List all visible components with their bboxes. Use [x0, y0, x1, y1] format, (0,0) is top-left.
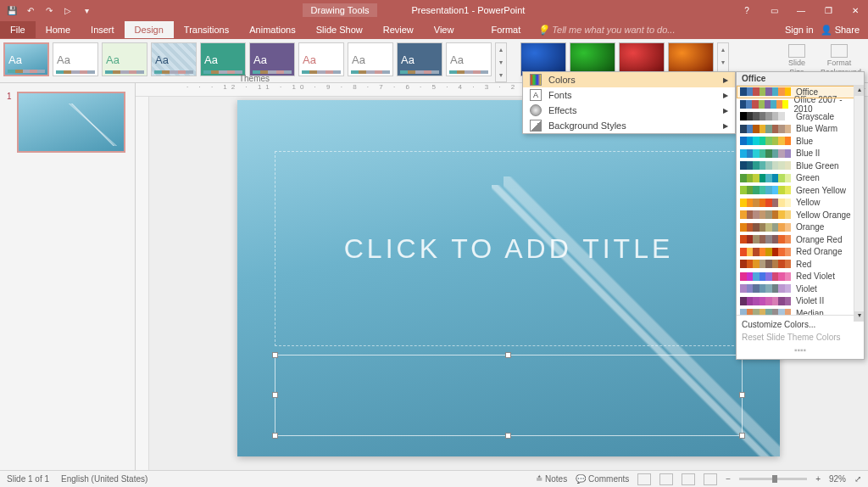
colors-list[interactable]: OfficeOffice 2007 - 2010GrayscaleBlue Wa… [737, 86, 864, 315]
view-reading-icon[interactable] [682, 473, 695, 485]
zoom-out-icon[interactable]: − [726, 474, 731, 484]
background-icon [530, 120, 542, 132]
theme-thumb[interactable]: Aa [102, 42, 147, 76]
ribbon-display-options-icon[interactable]: ▭ [761, 2, 787, 19]
resize-handle[interactable] [272, 433, 278, 439]
start-slideshow-icon[interactable]: ▷ [61, 3, 75, 17]
restore-icon[interactable]: ❐ [815, 2, 841, 19]
scrollbar[interactable]: ▴ ▾ [854, 86, 864, 322]
resize-handle[interactable] [739, 433, 745, 439]
theme-thumb[interactable]: Aa [446, 42, 492, 76]
undo-icon[interactable]: ↶ [24, 3, 37, 17]
ribbon-tabs: File Home Insert Design Transitions Anim… [0, 20, 868, 39]
color-scheme-item[interactable]: Violet II [737, 295, 864, 308]
color-scheme-label: Red Orange [796, 247, 842, 256]
redo-icon[interactable]: ↷ [42, 3, 56, 17]
color-scheme-item[interactable]: Blue [737, 135, 864, 148]
menu-item-colors[interactable]: Colors▶ [523, 72, 735, 87]
color-scheme-item[interactable]: Red [737, 258, 864, 271]
color-swatch [740, 235, 791, 244]
zoom-slider[interactable] [739, 478, 807, 480]
fit-to-window-icon[interactable]: ⤢ [854, 474, 861, 484]
color-scheme-item[interactable]: Yellow [737, 197, 864, 210]
color-scheme-item[interactable]: Median [737, 307, 864, 315]
color-scheme-item[interactable]: Yellow Orange [737, 209, 864, 221]
zoom-level[interactable]: 92% [829, 474, 846, 484]
theme-thumb[interactable]: Aa [151, 42, 197, 76]
tab-format[interactable]: Format [481, 21, 531, 38]
theme-thumb[interactable]: Aa [348, 42, 393, 76]
theme-thumb[interactable]: Aa [249, 42, 295, 76]
color-scheme-label: Violet II [796, 296, 824, 305]
share-button[interactable]: 👤 Share [821, 25, 860, 36]
resize-handle[interactable] [505, 352, 511, 358]
tab-review[interactable]: Review [373, 21, 424, 38]
chevron-right-icon: ▶ [723, 107, 728, 115]
theme-thumb[interactable]: Aa [200, 42, 246, 76]
color-swatch [740, 149, 791, 158]
scroll-up-icon[interactable]: ▴ [854, 86, 864, 96]
color-swatch [740, 174, 791, 182]
view-sorter-icon[interactable] [659, 473, 673, 485]
theme-thumb[interactable]: Aa [397, 42, 442, 76]
color-scheme-item[interactable]: Green Yellow [737, 184, 864, 197]
color-scheme-item[interactable]: Orange Red [737, 233, 864, 246]
resize-handle[interactable] [272, 352, 278, 358]
menu-item-fonts[interactable]: AFonts▶ [523, 87, 735, 103]
color-scheme-item[interactable]: Office 2007 - 2010 [737, 98, 864, 111]
tab-design[interactable]: Design [125, 21, 174, 38]
slide-canvas[interactable]: CLICK TO ADD TITLE [237, 100, 780, 456]
tab-transitions[interactable]: Transitions [174, 21, 239, 38]
theme-thumb[interactable]: Aa [298, 42, 344, 76]
menu-item-background[interactable]: Background Styles▶ [523, 118, 735, 133]
resize-handle[interactable] [505, 433, 511, 439]
color-scheme-label: Orange Red [796, 235, 842, 244]
tab-insert[interactable]: Insert [81, 21, 125, 38]
close-icon[interactable]: ✕ [843, 2, 868, 19]
tab-view[interactable]: View [424, 21, 465, 38]
color-scheme-item[interactable]: Green [737, 172, 864, 185]
tab-home[interactable]: Home [36, 21, 81, 38]
tab-animations[interactable]: Animations [239, 21, 305, 38]
scroll-down-icon[interactable]: ▾ [854, 311, 864, 322]
quick-access-toolbar: 💾 ↶ ↷ ▷ ▾ [0, 3, 93, 17]
minimize-icon[interactable]: — [788, 2, 814, 19]
chevron-right-icon: ▶ [723, 92, 728, 99]
color-scheme-item[interactable]: Orange [737, 221, 864, 234]
comments-button[interactable]: 💬 Comments [576, 474, 629, 484]
menu-item-effects[interactable]: Effects▶ [523, 103, 735, 118]
theme-thumb[interactable]: Aa [53, 42, 98, 76]
color-scheme-label: Office 2007 - 2010 [793, 95, 860, 114]
notes-button[interactable]: ≛ Notes [536, 474, 567, 484]
color-scheme-item[interactable]: Blue Warm [737, 123, 864, 136]
status-language[interactable]: English (United States) [61, 474, 147, 484]
title-placeholder[interactable]: CLICK TO ADD TITLE [275, 151, 743, 346]
colors-flyout: Office OfficeOffice 2007 - 2010Grayscale… [736, 71, 865, 360]
color-scheme-item[interactable]: Blue II [737, 148, 864, 160]
slides-panel[interactable]: 1 [0, 83, 136, 470]
zoom-in-icon[interactable]: + [815, 474, 821, 484]
tell-me-input[interactable]: 💡 Tell me what you want to do... [537, 25, 675, 36]
resize-handle[interactable] [272, 392, 278, 398]
qat-more-icon[interactable]: ▾ [80, 3, 93, 17]
color-scheme-item[interactable]: Violet [737, 283, 864, 295]
slide-thumbnail[interactable] [17, 92, 125, 153]
theme-thumb[interactable]: Aa [3, 42, 49, 76]
title-bar: 💾 ↶ ↷ ▷ ▾ Drawing Tools Presentation1 - … [0, 0, 868, 20]
color-scheme-item[interactable]: Blue Green [737, 160, 864, 172]
view-slideshow-icon[interactable] [704, 473, 717, 485]
tab-file[interactable]: File [0, 21, 36, 38]
color-scheme-item[interactable]: Red Orange [737, 246, 864, 259]
subtitle-placeholder[interactable] [275, 355, 743, 436]
view-normal-icon[interactable] [637, 473, 651, 485]
colors-flyout-header: Office [737, 72, 864, 86]
variants-dropdown: Colors▶ AFonts▶ Effects▶ Background Styl… [522, 71, 736, 134]
status-bar: Slide 1 of 1 English (United States) ≛ N… [0, 470, 868, 487]
save-icon[interactable]: 💾 [5, 3, 19, 17]
sign-in-link[interactable]: Sign in [785, 25, 814, 36]
tab-slideshow[interactable]: Slide Show [306, 21, 373, 38]
help-icon[interactable]: ? [734, 2, 760, 19]
customize-colors-link[interactable]: Customize Colors... [742, 318, 859, 331]
resize-handle[interactable] [739, 392, 745, 398]
color-scheme-item[interactable]: Red Violet [737, 271, 864, 283]
